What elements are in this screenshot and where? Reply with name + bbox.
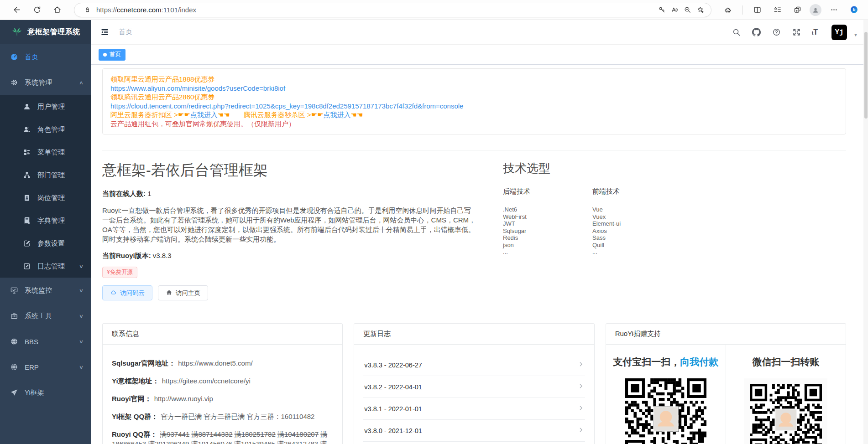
- refresh-icon[interactable]: [29, 2, 45, 18]
- copilot-icon[interactable]: b: [846, 2, 862, 18]
- contact-label: Yi框架 QQ群：: [112, 413, 158, 420]
- fullscreen-icon[interactable]: [792, 27, 802, 37]
- contact-row: Ruoyi QQ群：满937441 满887144332 满180251782 …: [112, 429, 333, 444]
- sidebar-item-部门管理[interactable]: 部门管理: [0, 164, 91, 186]
- back-icon[interactable]: [9, 2, 25, 18]
- tech-item: Vuex: [592, 213, 682, 221]
- pay-me-link: 向我付款: [680, 356, 718, 367]
- donate-card: RuoYi捐赠支持 支付宝扫一扫，向我付款 微信扫一扫转账: [606, 323, 846, 444]
- search-icon[interactable]: [732, 27, 742, 37]
- contact-struck-value: 满201396349: [148, 440, 189, 444]
- visit-gitee-button[interactable]: 访问码云: [102, 285, 152, 300]
- notice-line: 领取腾讯云通用云产品2860优惠券: [110, 93, 838, 102]
- favorite-add-icon[interactable]: [694, 4, 706, 16]
- split-screen-icon[interactable]: [749, 2, 765, 18]
- sidebar-item-字典管理[interactable]: 字典管理: [0, 209, 91, 232]
- contact-row: Yi框架 QQ群：官方一群已满 官方二群已满 官方三群：160110482: [112, 412, 333, 421]
- contact-label: Yi意框架地址：: [112, 377, 159, 385]
- monitor-icon: [9, 285, 19, 295]
- changelog-version: v3.8.3 - 2022-06-27: [364, 361, 422, 369]
- sidebar-item-label: 系统管理: [25, 78, 52, 87]
- free-open-source-badge: ¥免费开源: [102, 267, 137, 278]
- address-bar[interactable]: https://ccnetcore.com:1101/index: [74, 3, 711, 17]
- alipay-heading: 支付宝扫一扫，向我付款: [611, 356, 721, 368]
- sidebar-item-label: Yi框架: [25, 388, 44, 397]
- sidebar-item-Yi框架[interactable]: Yi框架: [0, 380, 91, 405]
- sidebar-item-参数设置[interactable]: 参数设置: [0, 232, 91, 255]
- gear-icon: [9, 77, 19, 88]
- changelog-card-title: 更新日志: [354, 324, 594, 345]
- collections-icon[interactable]: [769, 2, 785, 18]
- browser-toolbar: https://ccnetcore.com:1101/index b: [0, 0, 868, 20]
- notice-text: ☛☛: [178, 111, 190, 119]
- app-title: 意框架管理系统: [27, 27, 80, 37]
- changelog-row[interactable]: v3.8.2 - 2022-04-01: [363, 376, 585, 398]
- sidebar-item-label: 用户管理: [37, 103, 65, 111]
- tab-copies-icon[interactable]: [790, 2, 805, 18]
- key-icon[interactable]: [655, 4, 668, 16]
- zoom-out-icon[interactable]: [681, 4, 694, 16]
- sidebar-item-日志管理[interactable]: 日志管理∨: [0, 255, 91, 278]
- changelog-row[interactable]: v3.8.0 - 2021-12-01: [363, 420, 585, 442]
- font-size-icon[interactable]: tT: [812, 28, 818, 36]
- changelog-row[interactable]: v3.8.3 - 2022-06-27: [363, 354, 585, 376]
- chevron-right-icon: [578, 361, 584, 369]
- contact-struck-value: 满887144332: [191, 430, 232, 438]
- avatar-caret-icon[interactable]: ▼: [853, 32, 858, 40]
- sidebar-item-菜单管理[interactable]: 菜单管理: [0, 141, 91, 164]
- question-icon[interactable]: [772, 27, 782, 37]
- sidebar-item-系统管理[interactable]: 系统管理∧: [0, 70, 91, 95]
- tech-item: Sass: [592, 234, 682, 242]
- sidebar-item-系统监控[interactable]: 系统监控∨: [0, 278, 91, 303]
- changelog-row[interactable]: v3.8.1 - 2022-01-01: [363, 398, 585, 420]
- user-icon: [22, 102, 32, 112]
- chevron-right-icon: [578, 427, 584, 434]
- notice-line: https://cloud.tencent.com/redirect.php?r…: [110, 102, 838, 111]
- sidebar-item-label: 系统监控: [25, 286, 52, 295]
- sidebar-item-角色管理[interactable]: 角色管理: [0, 118, 91, 141]
- tag-home[interactable]: 首页: [99, 49, 125, 61]
- home-icon[interactable]: [49, 2, 65, 18]
- sidebar-item-label: ERP: [25, 363, 39, 371]
- sidebar-item-label: 日志管理: [37, 262, 65, 271]
- github-icon[interactable]: [752, 27, 762, 37]
- chevron-down-icon: ∨: [79, 364, 84, 370]
- sidebar-item-岗位管理[interactable]: 岗位管理: [0, 186, 91, 209]
- lock-icon[interactable]: [81, 4, 94, 16]
- sidebar-item-label: 角色管理: [37, 125, 65, 134]
- notice-link[interactable]: https://cloud.tencent.com/redirect.php?r…: [110, 102, 463, 110]
- notice-link[interactable]: https://www.aliyun.com/minisite/goods?us…: [110, 84, 285, 92]
- notice-text: 领取阿里云通用云产品1888优惠券: [110, 75, 214, 83]
- notice-text: 阿里云服务器折扣区 >: [110, 111, 178, 119]
- sidebar-fold-icon[interactable]: [99, 26, 110, 38]
- more-icon[interactable]: [826, 2, 842, 18]
- app-logo: 意框架管理系统: [0, 20, 91, 44]
- notice-text: 云产品通用红包，可叠加官网常规优惠使用。（仅限新用户）: [110, 120, 295, 128]
- sidebar-item-BBS[interactable]: BBS∨: [0, 329, 91, 354]
- contact-card-body: Sqlsugar官网地址：https://www.donet5.com/Yi意框…: [103, 345, 342, 444]
- changelog-row[interactable]: v3.7.0 - 2021-09-13: [363, 442, 585, 444]
- scrollbar-thumb[interactable]: [864, 32, 868, 119]
- main-content: 领取阿里云通用云产品1888优惠券https://www.aliyun.com/…: [91, 65, 868, 444]
- sidebar-item-首页[interactable]: 首页: [0, 44, 91, 70]
- extensions-icon[interactable]: [721, 2, 736, 18]
- svg-text:b: b: [852, 7, 855, 12]
- contact-row: Yi意框架地址：https://gitee.com/ccnetcore/yi: [112, 376, 333, 386]
- user-avatar[interactable]: Yj: [831, 25, 847, 40]
- tech-title: 技术选型: [503, 160, 846, 176]
- globe-icon: [9, 336, 19, 346]
- notice-link[interactable]: 点我进入: [324, 111, 351, 119]
- tech-item: Axios: [592, 227, 682, 235]
- notice-link[interactable]: 点我进入: [190, 111, 218, 119]
- page-title: 意框架-若依后台管理框架: [102, 160, 476, 181]
- read-aloud-icon[interactable]: [668, 4, 681, 16]
- sidebar-item-系统工具[interactable]: 系统工具∨: [0, 303, 91, 329]
- profile-icon[interactable]: [810, 4, 821, 16]
- chevron-up-icon: ∧: [79, 80, 84, 86]
- sidebar-item-ERP[interactable]: ERP∨: [0, 354, 91, 380]
- visit-homepage-button[interactable]: 访问主页: [158, 285, 208, 300]
- sidebar-item-用户管理[interactable]: 用户管理: [0, 95, 91, 118]
- sidebar-item-label: 系统工具: [25, 312, 52, 320]
- tech-item: .Net6: [503, 206, 592, 213]
- notice-text: ☛☛: [311, 111, 324, 119]
